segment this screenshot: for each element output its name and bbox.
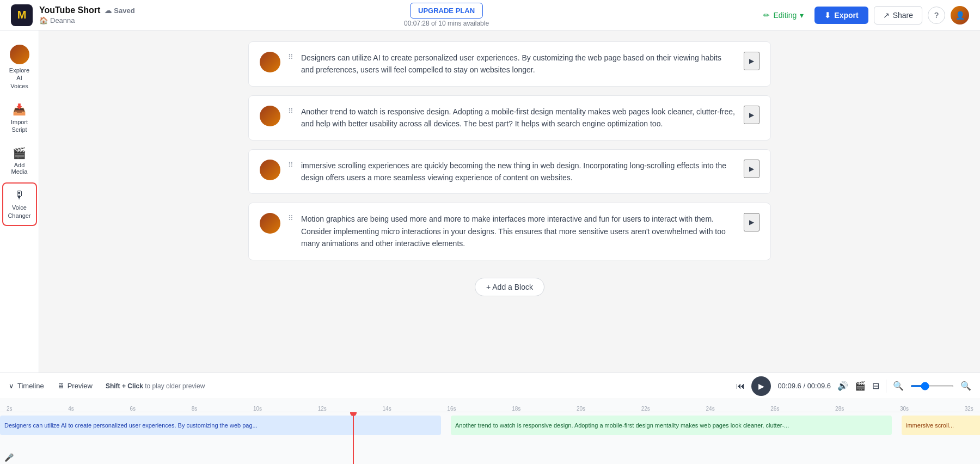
ruler-label: 6s bbox=[130, 406, 136, 412]
blocks-container: ⠿ Designers can utilize AI to create per… bbox=[248, 41, 771, 305]
drag-handle-1[interactable]: ⠿ bbox=[288, 52, 293, 61]
ruler-label: 24s bbox=[706, 406, 715, 412]
drag-handle-3[interactable]: ⠿ bbox=[288, 160, 293, 169]
sidebar-item-voice-changer[interactable]: 🎙 VoiceChanger bbox=[2, 182, 37, 226]
share-button[interactable]: ↗ Share bbox=[874, 6, 922, 25]
avatar-icon bbox=[10, 45, 29, 64]
zoom-slider[interactable] bbox=[910, 385, 954, 387]
timeline-section: ∨ Timeline 🖥 Preview Shift + Click to pl… bbox=[0, 373, 980, 464]
ruler-label: 10s bbox=[253, 406, 262, 412]
volume-button[interactable]: 🔊 bbox=[837, 381, 848, 391]
timeline-tracks: Designers can utilize AI to create perso… bbox=[0, 412, 980, 464]
play-icon-4: ▶ bbox=[749, 218, 754, 226]
header-center: UPGRADE PLAN 00:07:28 of 10 mins availab… bbox=[404, 3, 489, 27]
editing-button[interactable]: ✏ Editing ▾ bbox=[758, 8, 809, 23]
ruler-label: 18s bbox=[512, 406, 520, 412]
playhead[interactable] bbox=[353, 412, 354, 464]
drag-handle-4[interactable]: ⠿ bbox=[288, 213, 293, 222]
clip-3[interactable]: immersive scroll... bbox=[902, 416, 980, 435]
upgrade-button[interactable]: UPGRADE PLAN bbox=[410, 3, 483, 19]
table-row: ⠿ Designers can utilize AI to create per… bbox=[248, 41, 771, 87]
block-text-1[interactable]: Designers can utilize AI to create perso… bbox=[301, 52, 736, 76]
play-icon-2: ▶ bbox=[749, 111, 754, 119]
help-button[interactable]: ? bbox=[928, 7, 945, 24]
header-left: M YouTube Short ☁ Saved 🏠 Deanna bbox=[11, 4, 135, 26]
play-pause-icon: ▶ bbox=[758, 382, 764, 390]
sidebar-item-import-script[interactable]: 📥 ImportScript bbox=[2, 97, 37, 139]
media-icon: 🎬 bbox=[13, 146, 26, 160]
clip-2[interactable]: Another trend to watch is responsive des… bbox=[451, 416, 892, 435]
chevron-down-icon: ∨ bbox=[9, 382, 14, 390]
timeline-toggle[interactable]: ∨ Timeline bbox=[9, 382, 44, 390]
scene-button[interactable]: 🎬 bbox=[855, 381, 866, 391]
play-button-4[interactable]: ▶ bbox=[744, 213, 759, 231]
block-text-2[interactable]: Another trend to watch is responsive des… bbox=[301, 106, 736, 130]
speaker-avatar-2 bbox=[260, 106, 280, 126]
content-area: ⠿ Designers can utilize AI to create per… bbox=[39, 30, 980, 373]
import-icon: 📥 bbox=[13, 103, 26, 116]
chevron-down-icon: ▾ bbox=[800, 11, 804, 20]
table-row: ⠿ immersive scrolling experiences are qu… bbox=[248, 149, 771, 194]
ruler-label: 8s bbox=[192, 406, 198, 412]
drag-handle-2[interactable]: ⠿ bbox=[288, 106, 293, 115]
header-right: ✏ Editing ▾ ⬇ Export ↗ Share ? 👤 bbox=[758, 6, 969, 25]
timeline-controls: ⏮ ▶ 00:09.6 / 00:09.6 🔊 🎬 ⊟ 🔍 🔍 bbox=[736, 376, 971, 396]
ruler-label: 28s bbox=[835, 406, 844, 412]
play-pause-button[interactable]: ▶ bbox=[751, 376, 771, 396]
preview-label: 🖥 Preview bbox=[57, 382, 93, 390]
ruler-label: 20s bbox=[577, 406, 585, 412]
table-row: ⠿ Motion graphics are being used more an… bbox=[248, 203, 771, 260]
pencil-icon: ✏ bbox=[763, 11, 770, 20]
timer-display: 00:07:28 of 10 mins available bbox=[404, 20, 489, 27]
add-block-container: + Add a Block bbox=[248, 269, 771, 305]
sidebar: Explore AIVoices 📥 ImportScript 🎬 Add Me… bbox=[0, 30, 39, 373]
ruler-label: 30s bbox=[900, 406, 909, 412]
speaker-avatar-3 bbox=[260, 160, 280, 180]
breadcrumb: 🏠 Deanna bbox=[39, 16, 135, 25]
block-text-4[interactable]: Motion graphics are being used more and … bbox=[301, 213, 736, 249]
clip-1[interactable]: Designers can utilize AI to create perso… bbox=[0, 416, 441, 435]
captions-button[interactable]: ⊟ bbox=[872, 381, 879, 391]
saved-badge: ☁ Saved bbox=[105, 7, 134, 15]
export-button[interactable]: ⬇ Export bbox=[814, 7, 868, 24]
play-icon-1: ▶ bbox=[749, 57, 754, 65]
block-text-3[interactable]: immersive scrolling experiences are quic… bbox=[301, 160, 736, 184]
share-icon: ↗ bbox=[883, 11, 890, 20]
title-section: YouTube Short ☁ Saved 🏠 Deanna bbox=[39, 5, 135, 25]
ruler-label: 12s bbox=[318, 406, 327, 412]
ruler-label: 16s bbox=[447, 406, 456, 412]
main-layout: Explore AIVoices 📥 ImportScript 🎬 Add Me… bbox=[0, 30, 980, 373]
ruler-label: 22s bbox=[641, 406, 650, 412]
table-row: ⠿ Another trend to watch is responsive d… bbox=[248, 95, 771, 141]
play-button-3[interactable]: ▶ bbox=[744, 160, 759, 178]
monitor-icon: 🖥 bbox=[57, 382, 64, 390]
project-title: YouTube Short ☁ Saved bbox=[39, 5, 135, 15]
speaker-avatar-4 bbox=[260, 213, 280, 234]
play-button-2[interactable]: ▶ bbox=[744, 106, 759, 124]
header: M YouTube Short ☁ Saved 🏠 Deanna UPGRADE… bbox=[0, 0, 980, 30]
skip-back-button[interactable]: ⏮ bbox=[736, 381, 745, 391]
timeline-header: ∨ Timeline 🖥 Preview Shift + Click to pl… bbox=[0, 373, 980, 399]
voice-changer-icon: 🎙 bbox=[14, 189, 25, 202]
sidebar-item-explore-ai-voices[interactable]: Explore AIVoices bbox=[2, 39, 37, 95]
zoom-in-icon[interactable]: 🔍 bbox=[960, 381, 971, 391]
sidebar-item-add-media[interactable]: 🎬 Add Media bbox=[2, 141, 37, 180]
time-display: 00:09.6 / 00:09.6 bbox=[777, 382, 831, 390]
zoom-out-icon[interactable]: 🔍 bbox=[893, 381, 904, 391]
ruler-label: 14s bbox=[383, 406, 391, 412]
microphone-icon: 🎤 bbox=[4, 453, 14, 462]
play-button-1[interactable]: ▶ bbox=[744, 52, 759, 70]
avatar[interactable]: 👤 bbox=[951, 6, 969, 25]
ruler-label: 26s bbox=[770, 406, 779, 412]
home-icon: 🏠 bbox=[39, 16, 48, 25]
ruler-label: 4s bbox=[68, 406, 74, 412]
play-icon-3: ▶ bbox=[749, 165, 754, 173]
logo: M bbox=[11, 4, 33, 26]
download-icon: ⬇ bbox=[824, 11, 831, 20]
speaker-avatar-1 bbox=[260, 52, 280, 72]
divider bbox=[886, 380, 886, 393]
shift-hint: Shift + Click to play older preview bbox=[106, 382, 205, 390]
audio-track: Designers can utilize AI to create perso… bbox=[0, 412, 980, 464]
add-block-button[interactable]: + Add a Block bbox=[475, 278, 544, 296]
ruler-label: 32s bbox=[965, 406, 973, 412]
